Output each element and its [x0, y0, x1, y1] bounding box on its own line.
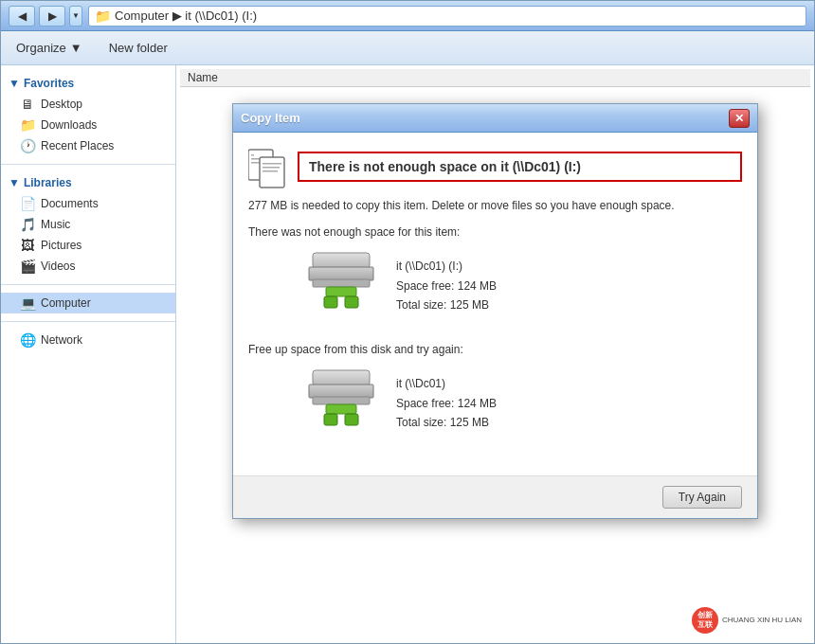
- recent-icon: 🕐: [20, 138, 35, 153]
- address-text: Computer ▶ it (\\Dc01) (I:): [115, 9, 257, 23]
- organize-label: Organize: [16, 41, 66, 55]
- svg-rect-6: [263, 167, 280, 169]
- watermark-logo: 创新互联: [692, 607, 718, 634]
- toolbar: Organize ▼ New folder: [1, 31, 814, 65]
- sidebar-item-recent[interactable]: 🕐 Recent Places: [1, 135, 175, 156]
- svg-rect-5: [263, 163, 281, 165]
- sidebar-computer-label: Computer: [41, 296, 91, 310]
- computer-icon: 💻: [20, 295, 35, 311]
- new-folder-button[interactable]: New folder: [101, 38, 175, 58]
- dialog-overlay: Copy Item ✕: [176, 65, 814, 643]
- error-title-box: There is not enough space on it (\\Dc01)…: [298, 152, 742, 182]
- dialog-close-button[interactable]: ✕: [729, 109, 750, 128]
- organize-button[interactable]: Organize ▼: [9, 38, 90, 58]
- dialog-title: Copy Item: [241, 111, 300, 125]
- sidebar-separator-3: [1, 321, 175, 322]
- nav-dropdown-button[interactable]: ▼: [69, 6, 82, 27]
- music-icon: 🎵: [20, 217, 35, 232]
- sidebar-music-label: Music: [41, 218, 70, 231]
- svg-rect-1: [251, 154, 254, 156]
- libraries-label: Libraries: [24, 176, 72, 189]
- sidebar-downloads-label: Downloads: [41, 118, 97, 132]
- svg-rect-8: [313, 253, 370, 268]
- svg-rect-13: [345, 296, 358, 308]
- sidebar: ▼ Favorites 🖥 Desktop 📁 Downloads 🕐 Rece…: [1, 65, 176, 643]
- sidebar-item-music[interactable]: 🎵 Music: [1, 214, 175, 235]
- try-again-button[interactable]: Try Again: [662, 486, 742, 509]
- dialog-header-row: There is not enough space on it (\\Dc01)…: [248, 148, 742, 186]
- svg-rect-17: [326, 404, 356, 414]
- disk1-total-size: Total size: 125 MB: [396, 295, 497, 314]
- watermark: 创新互联 CHUANG XIN HU LIAN: [686, 604, 807, 636]
- sidebar-recent-label: Recent Places: [41, 139, 114, 152]
- sidebar-item-network[interactable]: 🌐 Network: [1, 330, 175, 350]
- sidebar-item-computer[interactable]: 💻 Computer: [1, 293, 175, 313]
- libraries-chevron: ▼: [9, 176, 20, 189]
- svg-rect-18: [324, 414, 337, 425]
- disk-info-2: it (\\Dc01) Space free: 124 MB Total siz…: [396, 374, 497, 432]
- sidebar-item-downloads[interactable]: 📁 Downloads: [1, 115, 175, 135]
- sidebar-desktop-label: Desktop: [41, 98, 82, 111]
- disk1-name: it (\\Dc01) (I:): [396, 257, 497, 276]
- network-icon: 🌐: [20, 332, 35, 348]
- svg-rect-19: [345, 414, 358, 425]
- address-bar[interactable]: 📁 Computer ▶ it (\\Dc01) (I:): [88, 6, 806, 27]
- free-up-section-label: Free up space from this disk and try aga…: [248, 343, 742, 356]
- explorer-window: ◀ ▶ ▼ 📁 Computer ▶ it (\\Dc01) (I:) Orga…: [0, 0, 815, 644]
- favorites-section: ▼ Favorites 🖥 Desktop 📁 Downloads 🕐 Rece…: [1, 69, 175, 160]
- main-content: ▼ Favorites 🖥 Desktop 📁 Downloads 🕐 Rece…: [1, 65, 814, 643]
- forward-button[interactable]: ▶: [39, 6, 65, 27]
- disk2-name: it (\\Dc01): [396, 374, 497, 393]
- sidebar-videos-label: Videos: [41, 259, 75, 273]
- disk2-total-size: Total size: 125 MB: [396, 413, 497, 432]
- disk-icon-1: [305, 248, 381, 324]
- svg-rect-15: [309, 385, 373, 398]
- disk-icon-2: [305, 366, 381, 441]
- libraries-section: ▼ Libraries 📄 Documents 🎵 Music 🖼 Pictur…: [1, 169, 175, 280]
- downloads-icon: 📁: [20, 117, 35, 133]
- disk2-space-free: Space free: 124 MB: [396, 394, 497, 413]
- back-button[interactable]: ◀: [9, 6, 35, 27]
- favorites-header: ▼ Favorites: [1, 73, 175, 94]
- disk-item-1: it (\\Dc01) (I:) Space free: 124 MB Tota…: [248, 248, 742, 324]
- dialog-title-bar: Copy Item ✕: [233, 104, 757, 133]
- sidebar-item-pictures[interactable]: 🖼 Pictures: [1, 235, 175, 256]
- desktop-icon: 🖥: [20, 97, 35, 112]
- organize-chevron: ▼: [70, 41, 82, 55]
- file-area: Name Copy Item ✕: [176, 65, 814, 643]
- computer-section: 💻 Computer: [1, 289, 175, 317]
- pictures-icon: 🖼: [20, 238, 35, 253]
- copy-item-dialog: Copy Item ✕: [232, 103, 758, 519]
- sidebar-pictures-label: Pictures: [41, 239, 82, 252]
- sidebar-documents-label: Documents: [41, 197, 99, 210]
- documents-icon: 📄: [20, 196, 35, 211]
- watermark-brand-text: CHUANG XIN HU LIAN: [722, 615, 802, 625]
- sidebar-item-documents[interactable]: 📄 Documents: [1, 193, 175, 214]
- videos-icon: 🎬: [20, 259, 35, 274]
- disk-item-2: it (\\Dc01) Space free: 124 MB Total siz…: [248, 366, 742, 441]
- sidebar-item-videos[interactable]: 🎬 Videos: [1, 256, 175, 277]
- svg-rect-4: [260, 157, 284, 188]
- sidebar-separator-1: [1, 164, 175, 165]
- sidebar-separator-2: [1, 284, 175, 285]
- watermark-line1: CHUANG XIN HU LIAN: [722, 615, 802, 625]
- close-icon: ✕: [734, 112, 744, 125]
- svg-rect-16: [313, 397, 370, 404]
- svg-rect-9: [309, 267, 373, 280]
- sidebar-network-label: Network: [41, 333, 82, 347]
- dialog-description: 277 MB is needed to copy this item. Dele…: [248, 197, 742, 214]
- sidebar-item-desktop[interactable]: 🖥 Desktop: [1, 94, 175, 115]
- svg-rect-14: [313, 370, 370, 385]
- svg-rect-10: [313, 279, 370, 287]
- favorites-chevron: ▼: [9, 77, 20, 90]
- title-bar: ◀ ▶ ▼ 📁 Computer ▶ it (\\Dc01) (I:): [1, 1, 814, 31]
- disk1-space-free: Space free: 124 MB: [396, 277, 497, 295]
- disk-info-1: it (\\Dc01) (I:) Space free: 124 MB Tota…: [396, 257, 497, 314]
- address-icon: 📁: [95, 9, 111, 24]
- copy-icon: [248, 148, 286, 186]
- not-enough-section-label: There was not enough space for this item…: [248, 225, 742, 239]
- svg-rect-7: [263, 170, 278, 172]
- network-section: 🌐 Network: [1, 326, 175, 354]
- svg-rect-12: [324, 296, 337, 308]
- nav-buttons: ◀ ▶ ▼: [9, 6, 82, 27]
